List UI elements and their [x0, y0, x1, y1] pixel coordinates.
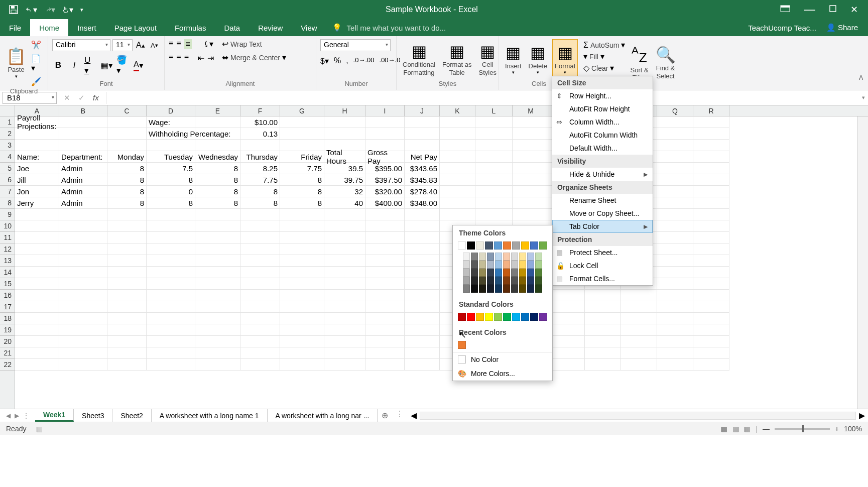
color-swatch[interactable]: [485, 241, 493, 250]
cell[interactable]: [405, 347, 440, 359]
column-header[interactable]: Q: [657, 105, 693, 116]
cell[interactable]: [549, 290, 585, 301]
cell[interactable]: [405, 278, 440, 290]
conditional-formatting-button[interactable]: ▦Conditional Formatting: [401, 39, 437, 79]
cell[interactable]: [405, 301, 440, 313]
cell[interactable]: 40: [324, 197, 365, 209]
color-swatch[interactable]: [479, 269, 486, 277]
cell[interactable]: 8: [107, 163, 147, 174]
paste-button[interactable]: 📋 Paste ▾: [4, 39, 28, 86]
cell[interactable]: [240, 290, 280, 301]
enter-formula-icon[interactable]: ✓: [78, 93, 85, 102]
cell[interactable]: [15, 290, 59, 301]
column-header[interactable]: B: [59, 105, 107, 116]
cell[interactable]: [324, 128, 365, 140]
cell[interactable]: Jerry: [15, 197, 59, 209]
zoom-slider[interactable]: [775, 428, 830, 430]
cell[interactable]: [365, 220, 405, 232]
cell[interactable]: [693, 347, 729, 359]
cell[interactable]: [585, 359, 621, 371]
color-swatch[interactable]: [527, 277, 534, 285]
no-color-option[interactable]: No Color: [453, 352, 552, 367]
cell[interactable]: 8: [280, 186, 324, 197]
zoom-out-icon[interactable]: —: [763, 425, 770, 433]
cell[interactable]: 8.25: [240, 163, 280, 174]
cell[interactable]: [693, 197, 729, 209]
color-swatch[interactable]: [503, 253, 510, 261]
delete-cells-button[interactable]: ▦Delete▾: [527, 39, 550, 79]
cell[interactable]: [280, 140, 324, 151]
cell[interactable]: [107, 116, 147, 128]
cell[interactable]: 8: [195, 186, 240, 197]
cell[interactable]: 8: [147, 174, 195, 186]
cell[interactable]: [475, 163, 513, 174]
row-header[interactable]: 10: [0, 220, 15, 232]
cell[interactable]: [107, 278, 147, 290]
color-swatch[interactable]: [495, 277, 502, 285]
cell[interactable]: [147, 220, 195, 232]
cell[interactable]: Withholding Percentage:: [147, 128, 195, 140]
sheet-tab[interactable]: A worksheet with a long name 1: [152, 409, 268, 422]
align-right-icon[interactable]: ≡: [184, 53, 189, 63]
color-swatch[interactable]: [521, 241, 529, 250]
cell[interactable]: [59, 116, 107, 128]
cell[interactable]: [585, 336, 621, 347]
cell[interactable]: Payroll Projections:: [15, 116, 59, 128]
sheet-nav-menu-icon[interactable]: ⋮: [23, 412, 29, 419]
align-middle-icon[interactable]: ≡: [176, 39, 181, 49]
sheet-tab[interactable]: Week1: [35, 409, 74, 422]
cell[interactable]: [693, 244, 729, 255]
autosum-button[interactable]: ΣAutoSum ▾: [583, 40, 625, 50]
column-header[interactable]: H: [324, 105, 365, 116]
cell[interactable]: [59, 336, 107, 347]
row-header[interactable]: 16: [0, 290, 15, 301]
cell[interactable]: 8: [195, 163, 240, 174]
cell[interactable]: [405, 244, 440, 255]
cell[interactable]: [15, 140, 59, 151]
cell[interactable]: 39.5: [324, 163, 365, 174]
cell[interactable]: [147, 232, 195, 244]
cell[interactable]: $397.50: [365, 174, 405, 186]
cell[interactable]: [280, 347, 324, 359]
cell[interactable]: [621, 290, 657, 301]
cell[interactable]: Admin: [59, 174, 107, 186]
cell[interactable]: [693, 116, 729, 128]
color-swatch[interactable]: [503, 241, 511, 250]
cell[interactable]: [405, 128, 440, 140]
cell[interactable]: [324, 209, 365, 220]
cell[interactable]: [693, 232, 729, 244]
cell[interactable]: [513, 174, 549, 186]
color-swatch[interactable]: [527, 253, 534, 261]
cell[interactable]: 8: [280, 174, 324, 186]
column-header[interactable]: K: [440, 105, 475, 116]
font-size-combo[interactable]: 11▾: [112, 39, 133, 51]
cell[interactable]: [513, 186, 549, 197]
cell[interactable]: [107, 336, 147, 347]
cell[interactable]: $10.00: [240, 116, 280, 128]
cell[interactable]: 8: [240, 197, 280, 209]
cell[interactable]: [107, 128, 147, 140]
cell[interactable]: [195, 244, 240, 255]
cell[interactable]: [280, 336, 324, 347]
menu-format-cells[interactable]: ▦Format Cells...: [552, 272, 653, 285]
fill-button[interactable]: ▾Fill ▾: [583, 52, 625, 61]
cell[interactable]: [405, 220, 440, 232]
align-center-icon[interactable]: ≡: [176, 53, 181, 63]
tell-me-input[interactable]: 💡 Tell me what you want to do...: [326, 19, 749, 36]
cell[interactable]: [513, 116, 549, 128]
cell[interactable]: [693, 186, 729, 197]
sheet-nav-prev-icon[interactable]: ◀: [6, 412, 11, 419]
color-swatch[interactable]: [471, 285, 478, 293]
cell[interactable]: [621, 301, 657, 313]
cell[interactable]: [440, 197, 475, 209]
cell[interactable]: [59, 128, 107, 140]
cell[interactable]: Friday: [280, 151, 324, 163]
cell[interactable]: [59, 232, 107, 244]
share-button[interactable]: 👤 Share: [826, 23, 858, 32]
color-swatch[interactable]: [487, 277, 494, 285]
cell[interactable]: $400.00: [365, 197, 405, 209]
cell[interactable]: [657, 313, 693, 324]
cell[interactable]: Jon: [15, 186, 59, 197]
color-swatch[interactable]: [487, 285, 494, 293]
cell[interactable]: [475, 186, 513, 197]
